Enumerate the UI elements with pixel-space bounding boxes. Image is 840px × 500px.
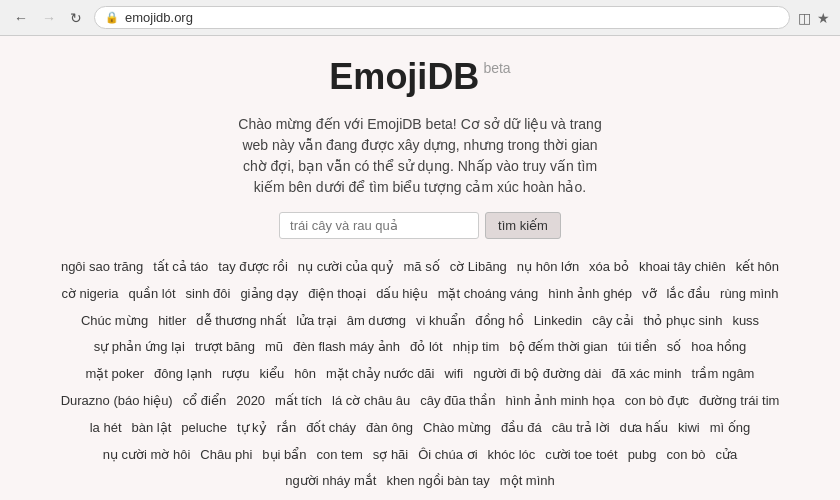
tag-item[interactable]: khóc lóc — [488, 445, 536, 466]
tag-item[interactable]: cây cải — [592, 311, 633, 332]
bookmark-icon[interactable]: ★ — [817, 10, 830, 26]
tag-item[interactable]: wifi — [444, 364, 463, 385]
tag-item[interactable]: thỏ phục sinh — [644, 311, 723, 332]
search-input[interactable] — [279, 212, 479, 239]
tag-item[interactable]: túi tiền — [618, 337, 657, 358]
tag-item[interactable]: cờ nigeria — [61, 284, 118, 305]
tag-item[interactable]: nụ hôn lớn — [517, 257, 579, 278]
tag-item[interactable]: con bò — [667, 445, 706, 466]
tag-item[interactable]: rùng mình — [720, 284, 779, 305]
tag-item[interactable]: lửa trại — [296, 311, 337, 332]
back-button[interactable]: ← — [10, 8, 32, 28]
tag-item[interactable]: đông lạnh — [154, 364, 212, 385]
tag-item[interactable]: 2020 — [236, 391, 265, 412]
tag-item[interactable]: dấu hiệu — [376, 284, 427, 305]
forward-button[interactable]: → — [38, 8, 60, 28]
tag-item[interactable]: đốt cháy — [306, 418, 356, 439]
tag-item[interactable]: mì ống — [710, 418, 751, 439]
tag-item[interactable]: đỏ lót — [410, 337, 443, 358]
tag-item[interactable]: người nháy mắt — [285, 471, 376, 492]
address-bar[interactable]: 🔒 emojidb.org — [94, 6, 790, 29]
tag-item[interactable]: tự kỷ — [237, 418, 267, 439]
tag-item[interactable]: giảng dạy — [240, 284, 298, 305]
tag-item[interactable]: số — [667, 337, 682, 358]
tag-item[interactable]: trượt băng — [195, 337, 255, 358]
tag-item[interactable]: Chào mừng — [423, 418, 491, 439]
tag-item[interactable]: đầu đá — [501, 418, 542, 439]
tag-item[interactable]: một mình — [500, 471, 555, 492]
tag-item[interactable]: nụ cười của quỷ — [298, 257, 394, 278]
tag-item[interactable]: bụi bẩn — [262, 445, 306, 466]
tag-item[interactable]: sợ hãi — [373, 445, 408, 466]
tag-item[interactable]: khen ngồi bàn tay — [386, 471, 489, 492]
tag-item[interactable]: điện thoại — [308, 284, 366, 305]
tag-item[interactable]: khoai tây chiên — [639, 257, 726, 278]
tag-item[interactable]: rắn — [277, 418, 297, 439]
tag-item[interactable]: nụ cười mờ hôi — [103, 445, 191, 466]
tag-item[interactable]: vỡ — [642, 284, 657, 305]
tag-item[interactable]: mất tích — [275, 391, 322, 412]
tag-item[interactable]: tất cả táo — [153, 257, 208, 278]
tag-item[interactable]: xóa bỏ — [589, 257, 629, 278]
tag-item[interactable]: sinh đôi — [186, 284, 231, 305]
tag-item[interactable]: con tem — [317, 445, 363, 466]
tag-item[interactable]: cổ điển — [183, 391, 226, 412]
tag-item[interactable]: lá cờ châu âu — [332, 391, 410, 412]
tag-item[interactable]: đồng hồ — [475, 311, 524, 332]
tag-item[interactable]: quần lót — [129, 284, 176, 305]
tag-item[interactable]: cười toe toét — [545, 445, 617, 466]
tag-item[interactable]: mặt choáng váng — [438, 284, 539, 305]
tag-item[interactable]: người đi bộ đường dài — [473, 364, 601, 385]
tag-item[interactable]: bộ đếm thời gian — [509, 337, 607, 358]
tag-item[interactable]: đèn flash máy ảnh — [293, 337, 400, 358]
tag-item[interactable]: kiwi — [678, 418, 700, 439]
tag-item[interactable]: lắc đầu — [667, 284, 710, 305]
tag-item[interactable]: Durazno (báo hiệu) — [61, 391, 173, 412]
tag-item[interactable]: dưa hấu — [620, 418, 669, 439]
tag-item[interactable]: bàn lật — [132, 418, 172, 439]
tag-item[interactable]: tay được rồi — [218, 257, 288, 278]
tag-item[interactable]: Châu phi — [200, 445, 252, 466]
tag-item[interactable]: mặt chảy nước dãi — [326, 364, 435, 385]
tag-item[interactable]: kiểu — [260, 364, 285, 385]
page-content: EmojiDB beta Chào mừng đến với EmojiDB b… — [0, 36, 840, 500]
tag-item[interactable]: con bò đực — [625, 391, 689, 412]
tag-item[interactable]: cây đũa thần — [420, 391, 495, 412]
tag-item[interactable]: Ôi chúa ơi — [418, 445, 477, 466]
tag-item[interactable]: đã xác minh — [611, 364, 681, 385]
tag-item[interactable]: la hét — [90, 418, 122, 439]
tag-item[interactable]: ngôi sao trăng — [61, 257, 143, 278]
tag-item[interactable]: mã số — [404, 257, 440, 278]
tag-item[interactable]: câu trả lời — [552, 418, 610, 439]
tag-item[interactable]: trầm ngâm — [692, 364, 755, 385]
tag-item[interactable]: Linkedin — [534, 311, 582, 332]
tag-item[interactable]: hitler — [158, 311, 186, 332]
tag-item[interactable]: hoa hồng — [691, 337, 746, 358]
tag-item[interactable]: đàn ông — [366, 418, 413, 439]
tag-item[interactable]: Chúc mừng — [81, 311, 148, 332]
tag-item[interactable]: hình ảnh minh họa — [505, 391, 614, 412]
tag-item[interactable]: peluche — [181, 418, 227, 439]
tag-item[interactable]: dễ thương nhất — [196, 311, 286, 332]
tag-item[interactable]: rượu — [222, 364, 250, 385]
tag-item[interactable]: mũ — [265, 337, 283, 358]
tag-item[interactable]: nhịp tim — [453, 337, 500, 358]
tag-item[interactable]: vi khuẩn — [416, 311, 465, 332]
tag-item[interactable]: pubg — [628, 445, 657, 466]
tag-item[interactable]: kết hôn — [736, 257, 779, 278]
site-title: EmojiDB — [329, 56, 479, 98]
tag-item[interactable]: đường trái tim — [699, 391, 779, 412]
beta-label: beta — [483, 60, 510, 76]
reload-button[interactable]: ↻ — [66, 8, 86, 28]
tag-item[interactable]: âm dương — [347, 311, 406, 332]
tag-item[interactable]: hôn — [294, 364, 316, 385]
browser-actions: ◫ ★ — [798, 10, 830, 26]
tag-item[interactable]: cờ Libăng — [450, 257, 507, 278]
search-button[interactable]: tìm kiếm — [485, 212, 561, 239]
extensions-icon[interactable]: ◫ — [798, 10, 811, 26]
tag-item[interactable]: sự phản ứng lại — [94, 337, 185, 358]
tag-item[interactable]: kuss — [732, 311, 759, 332]
tag-item[interactable]: cửa — [716, 445, 738, 466]
tag-item[interactable]: hình ảnh ghép — [548, 284, 632, 305]
tag-item[interactable]: mặt poker — [86, 364, 145, 385]
